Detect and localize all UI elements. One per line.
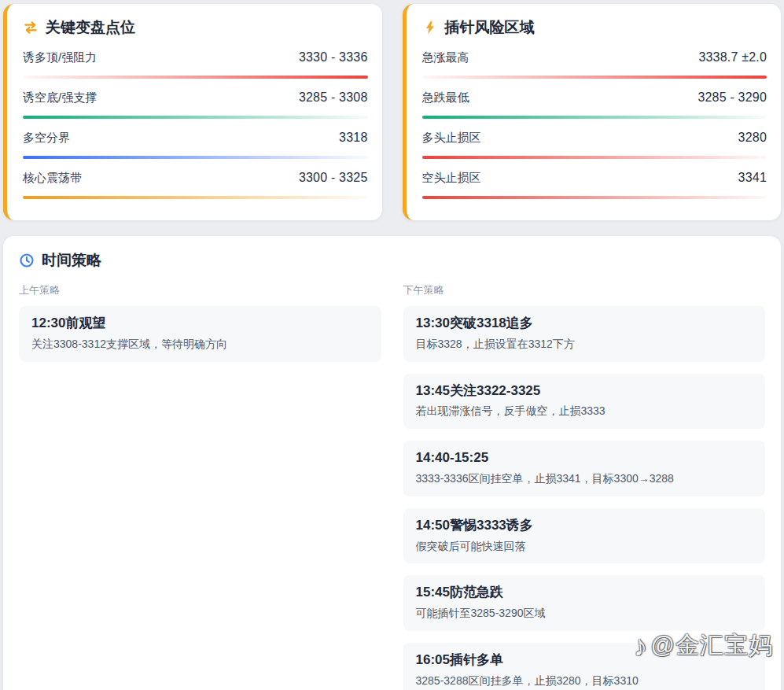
pin-risk-card-title: 插针风险区域 — [422, 17, 767, 38]
strategy-item-title: 13:45关注3322-3325 — [416, 382, 753, 400]
afternoon-strategy-list: 13:30突破3318追多 目标3328，止损设置在3312下方 13:45关注… — [403, 306, 766, 690]
strategy-item-desc: 若出现滞涨信号，反手做空，止损3333 — [416, 404, 753, 419]
level-value: 3341 — [738, 171, 767, 185]
level-value: 3280 — [738, 131, 767, 145]
level-gradient-bar — [422, 76, 767, 79]
level-gradient-bar — [422, 116, 767, 119]
level-label: 急跌最低 — [422, 90, 469, 105]
strategy-columns: 上午策略 12:30前观望 关注3308-3312支撑区域，等待明确方向 下午策… — [19, 283, 765, 690]
level-row: 空头止损区 3341 — [422, 171, 767, 199]
key-levels-card: 关键变盘点位 诱多顶/强阻力 3330 - 3336 诱空底/强支撑 3285 … — [3, 4, 382, 220]
level-value: 3318 — [339, 131, 367, 145]
level-label: 空头止损区 — [422, 171, 481, 186]
strategy-item-desc: 关注3308-3312支撑区域，等待明确方向 — [31, 337, 369, 352]
level-row: 核心震荡带 3300 - 3325 — [23, 171, 368, 199]
strategy-item-desc: 可能插针至3285-3290区域 — [416, 606, 753, 622]
level-row: 多空分界 3318 — [23, 131, 368, 159]
level-value: 3338.7 ±2.0 — [698, 50, 767, 65]
level-label: 急涨最高 — [422, 50, 469, 65]
morning-strategy-list: 12:30前观望 关注3308-3312支撑区域，等待明确方向 — [19, 306, 381, 362]
card-title-text: 插针风险区域 — [445, 17, 535, 38]
strategy-item-desc: 假突破后可能快速回落 — [416, 539, 753, 555]
level-row: 多头止损区 3280 — [422, 131, 767, 159]
level-gradient-bar — [422, 156, 767, 159]
level-label: 多头止损区 — [422, 131, 481, 146]
strategy-item-title: 12:30前观望 — [31, 315, 369, 333]
level-row: 诱空底/强支撑 3285 - 3308 — [23, 90, 368, 119]
strategy-item: 14:50警惕3333诱多 假突破后可能快速回落 — [403, 508, 766, 564]
level-gradient-bar — [23, 116, 368, 119]
card-title-text: 关键变盘点位 — [46, 17, 135, 38]
time-strategy-card-title: 时间策略 — [19, 250, 765, 271]
level-label: 多空分界 — [23, 131, 70, 146]
strategy-item: 13:30突破3318追多 目标3328，止损设置在3312下方 — [403, 306, 766, 362]
level-row: 诱多顶/强阻力 3330 - 3336 — [23, 50, 368, 79]
strategy-item-title: 15:45防范急跌 — [416, 584, 753, 602]
level-gradient-bar — [23, 76, 368, 79]
column-label: 上午策略 — [19, 283, 381, 297]
pin-risk-card: 插针风险区域 急涨最高 3338.7 ±2.0 急跌最低 3285 - 3290… — [403, 4, 782, 220]
strategy-item: 16:05插针多单 3285-3288区间挂多单，止损3280，目标3310 — [403, 643, 766, 690]
strategy-item: 14:40-15:25 3333-3336区间挂空单，止损3341，目标3300… — [403, 441, 766, 496]
page: 关键变盘点位 诱多顶/强阻力 3330 - 3336 诱空底/强支撑 3285 … — [0, 0, 784, 690]
level-value: 3285 - 3308 — [299, 90, 368, 105]
level-gradient-bar — [23, 196, 368, 199]
strategy-item: 13:45关注3322-3325 若出现滞涨信号，反手做空，止损3333 — [403, 374, 766, 430]
strategy-item: 15:45防范急跌 可能插针至3285-3290区域 — [403, 575, 766, 631]
strategy-item-desc: 目标3328，止损设置在3312下方 — [416, 337, 753, 352]
strategy-item-desc: 3333-3336区间挂空单，止损3341，目标3300→3288 — [416, 471, 753, 487]
strategy-item: 12:30前观望 关注3308-3312支撑区域，等待明确方向 — [19, 306, 381, 362]
clock-icon — [19, 253, 35, 268]
strategy-item-desc: 3285-3288区间挂多单，止损3280，目标3310 — [416, 673, 753, 689]
key-levels-card-title: 关键变盘点位 — [23, 17, 368, 38]
level-label: 诱空底/强支撑 — [23, 90, 97, 105]
level-gradient-bar — [23, 156, 368, 159]
level-gradient-bar — [422, 196, 767, 199]
lightning-icon — [422, 20, 438, 35]
level-value: 3300 - 3325 — [299, 171, 368, 185]
afternoon-column: 下午策略 13:30突破3318追多 目标3328，止损设置在3312下方 13… — [403, 283, 766, 690]
strategy-item-title: 16:05插针多单 — [416, 651, 753, 670]
level-label: 核心震荡带 — [23, 171, 82, 186]
column-label: 下午策略 — [403, 283, 766, 297]
strategy-item-title: 14:40-15:25 — [416, 449, 753, 467]
level-value: 3285 - 3290 — [698, 90, 767, 105]
level-row: 急跌最低 3285 - 3290 — [422, 90, 767, 119]
morning-column: 上午策略 12:30前观望 关注3308-3312支撑区域，等待明确方向 — [19, 283, 381, 690]
card-title-text: 时间策略 — [42, 250, 101, 271]
level-row: 急涨最高 3338.7 ±2.0 — [422, 50, 767, 79]
level-value: 3330 - 3336 — [299, 50, 368, 65]
strategy-item-title: 14:50警惕3333诱多 — [416, 517, 753, 535]
strategy-item-title: 13:30突破3318追多 — [416, 315, 753, 333]
time-strategy-card: 时间策略 上午策略 12:30前观望 关注3308-3312支撑区域，等待明确方… — [3, 236, 781, 690]
level-label: 诱多顶/强阻力 — [23, 50, 97, 65]
swap-arrows-icon — [23, 20, 39, 35]
top-cards-row: 关键变盘点位 诱多顶/强阻力 3330 - 3336 诱空底/强支撑 3285 … — [3, 4, 781, 220]
